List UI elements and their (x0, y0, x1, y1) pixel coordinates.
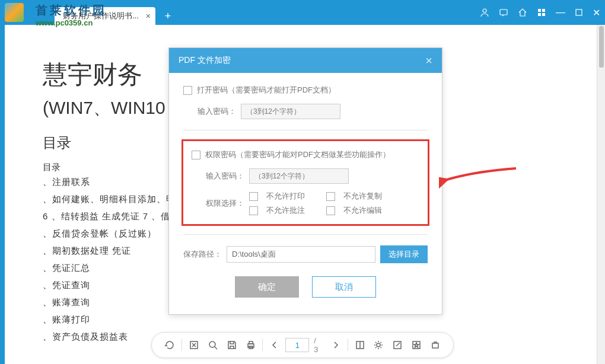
fit-width-icon[interactable] (186, 337, 202, 353)
svg-rect-4 (538, 13, 541, 16)
svg-rect-2 (538, 9, 541, 12)
tools-icon[interactable] (427, 337, 444, 353)
no-copy-checkbox[interactable] (326, 192, 335, 201)
next-page-icon[interactable] (327, 337, 344, 353)
ok-button[interactable]: 确定 (235, 276, 299, 298)
dialog-header: PDF 文件加密 × (169, 48, 442, 73)
maximize-icon[interactable] (575, 7, 583, 18)
no-print-checkbox[interactable] (249, 192, 258, 201)
permission-password-input[interactable] (249, 168, 349, 184)
chat-icon[interactable] (499, 7, 508, 18)
scroll-thumb[interactable] (599, 26, 604, 68)
no-edit-label: 不允许编辑 (343, 205, 382, 216)
toc-item: 、账薄打印 (43, 314, 605, 325)
site-brand: 首莱软件园 www.pc0359.cn (36, 2, 107, 27)
open-password-checkbox[interactable] (183, 86, 192, 95)
no-copy-label: 不允许复制 (343, 191, 382, 202)
bookmark-icon[interactable] (352, 337, 368, 353)
print-icon[interactable] (243, 337, 259, 353)
input-password-label: 输入密码： (198, 106, 236, 117)
bottom-toolbar: / 3 (151, 332, 454, 358)
home-icon[interactable] (518, 7, 527, 18)
svg-rect-3 (542, 9, 545, 12)
permission-section-highlight: 权限密码（需要密码才能对PDF文档做某些功能操作） 输入密码： 权限选择： 不允… (182, 139, 429, 226)
brand-name: 首莱软件园 (36, 2, 107, 18)
annotation-arrow (439, 162, 522, 194)
star-icon[interactable] (408, 337, 425, 353)
permission-password-label: 权限密码（需要密码才能对PDF文档做某些功能操作） (205, 149, 390, 160)
open-password-input[interactable] (241, 104, 340, 119)
svg-rect-6 (576, 9, 582, 15)
no-annotate-checkbox[interactable] (249, 206, 258, 215)
vertical-scrollbar[interactable] (597, 25, 605, 364)
save-path-label: 保存路径： (183, 249, 222, 260)
edit-icon[interactable] (389, 337, 406, 353)
dialog-title: PDF 文件加密 (179, 55, 231, 66)
tab-close-icon[interactable]: × (146, 11, 151, 21)
sidebar-strip (0, 25, 5, 364)
svg-rect-16 (432, 343, 438, 348)
menu-icon[interactable] (537, 7, 546, 18)
permission-password-checkbox[interactable] (192, 151, 200, 159)
pdf-encrypt-dialog: PDF 文件加密 × 打开密码（需要密码才能打开PDF文档） 输入密码： 权限密… (168, 47, 442, 315)
new-tab-button[interactable]: + (160, 8, 176, 25)
app-logo-icon (5, 3, 24, 22)
save-path-input[interactable] (227, 246, 375, 263)
close-icon[interactable]: ✕ (593, 7, 600, 18)
search-icon[interactable] (205, 337, 221, 353)
svg-point-8 (209, 341, 215, 347)
brightness-icon[interactable] (371, 337, 387, 353)
user-icon[interactable] (480, 7, 489, 18)
permission-select-label: 权限选择： (206, 198, 244, 209)
prev-page-icon[interactable] (266, 337, 283, 353)
no-annotate-label: 不允许批注 (266, 205, 305, 216)
open-password-label: 打开密码（需要密码才能打开PDF文档） (197, 85, 336, 95)
minimize-icon[interactable]: — (556, 7, 565, 18)
page-number-input[interactable] (285, 338, 309, 352)
brand-url: www.pc0359.cn (36, 18, 107, 27)
svg-point-0 (483, 9, 486, 12)
svg-rect-10 (249, 341, 253, 344)
input-password-label-2: 输入密码： (206, 171, 244, 181)
no-print-label: 不允许打印 (266, 191, 305, 202)
svg-point-13 (377, 343, 380, 347)
save-icon[interactable] (224, 337, 240, 353)
cancel-button[interactable]: 取消 (312, 276, 376, 298)
rotate-icon[interactable] (161, 337, 178, 353)
title-bar: 首莱软件园 www.pc0359.cn 财务用户操作说明书... × + — ✕ (0, 0, 605, 25)
dialog-close-icon[interactable]: × (425, 54, 432, 68)
page-total: / 3 (314, 336, 322, 354)
svg-rect-1 (500, 9, 507, 15)
no-edit-checkbox[interactable] (326, 206, 335, 215)
svg-rect-5 (542, 13, 545, 16)
browse-button[interactable]: 选择目录 (380, 245, 428, 263)
